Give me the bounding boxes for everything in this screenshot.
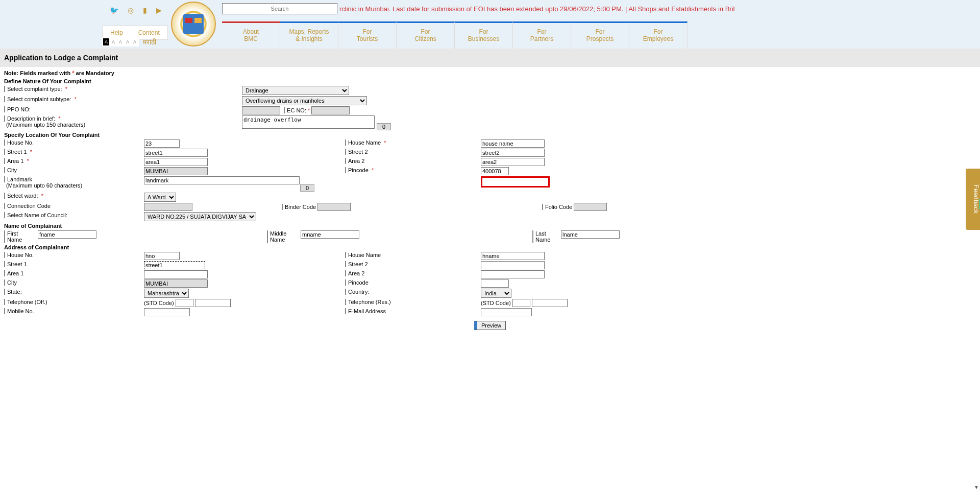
section-location: Specify Location Of Your Complaint: [0, 131, 980, 139]
addr-houseno-input[interactable]: [144, 252, 180, 260]
area2-input[interactable]: [481, 158, 545, 166]
youtube-icon[interactable]: ▶: [156, 6, 162, 14]
street2-input[interactable]: [481, 149, 545, 157]
complaint-subtype-select[interactable]: Overflowing drains or manholes: [242, 96, 367, 105]
ward-select[interactable]: A Ward: [144, 193, 176, 202]
lname-label: Last Name: [532, 230, 557, 243]
addr-city-input: [144, 279, 208, 288]
fname-label: First Name: [4, 230, 34, 243]
nav-citizens[interactable]: For Citizens: [397, 21, 455, 49]
description-hint: (Maximum upto 150 characters): [6, 122, 85, 128]
street1-label: Street 1: [4, 149, 27, 155]
facebook-icon[interactable]: ▮: [143, 6, 147, 14]
nav-partners[interactable]: For Partners: [513, 21, 571, 49]
font-a1[interactable]: A: [103, 38, 109, 45]
street2-label: Street 2: [345, 149, 368, 155]
addr-area2-label: Area 2: [345, 270, 364, 276]
feedback-tab[interactable]: Feedback: [966, 169, 980, 230]
nav-tourists[interactable]: For Tourists: [338, 21, 397, 49]
landmark-label: Landmark: [4, 176, 32, 182]
ppo-input: [242, 106, 280, 114]
city-input: [144, 167, 208, 175]
header: 🐦 ◎ ▮ ▶ rclinic in Mumbai. Last date for…: [0, 0, 980, 49]
addr-area1-input[interactable]: [144, 270, 208, 278]
social-icons: 🐦 ◎ ▮ ▶: [110, 6, 162, 14]
lname-input[interactable]: [561, 230, 620, 239]
instagram-icon[interactable]: ◎: [128, 6, 134, 14]
mname-label: Middle Name: [267, 230, 297, 243]
pincode-label: Pincode: [345, 167, 369, 173]
teloff-std-input[interactable]: [176, 299, 193, 307]
mname-input[interactable]: [301, 230, 359, 239]
section-nature: Define Nature Of Your Complaint: [0, 77, 980, 85]
complaint-type-select[interactable]: Drainage: [242, 86, 349, 95]
house-no-input[interactable]: [144, 139, 180, 148]
telres-label: Telephone (Res.): [345, 299, 391, 305]
bmc-logo[interactable]: [171, 2, 216, 46]
mandatory-note: Note: Fields marked with * are Mandatory: [0, 67, 980, 77]
addr-state-label: State:: [4, 289, 22, 295]
description-label: Description in brief:: [4, 115, 55, 122]
search-input[interactable]: [222, 3, 337, 14]
twitter-icon[interactable]: 🐦: [110, 6, 118, 14]
street1-input[interactable]: [144, 149, 208, 157]
font-a3[interactable]: A: [117, 38, 124, 45]
addr-area2-input[interactable]: [481, 270, 545, 278]
font-a5[interactable]: A: [132, 38, 138, 45]
addr-houseno-label: House No.: [4, 252, 34, 258]
section-complainant-name: Name of Complainant: [0, 222, 980, 230]
addr-pincode-input[interactable]: [481, 279, 509, 288]
pincode-input[interactable]: [481, 167, 509, 175]
section-complainant-address: Address of Complainant: [0, 243, 980, 251]
language-switch[interactable]: मराठी: [143, 38, 156, 46]
landmark-counter: 0: [300, 184, 314, 192]
email-label: E-Mail Address: [345, 308, 386, 314]
font-a2[interactable]: A: [110, 38, 116, 45]
description-counter: 0: [377, 123, 391, 130]
font-size-controls: A A A A A: [102, 37, 139, 46]
folio-code-input: [574, 203, 607, 211]
highlighted-empty-box: [481, 176, 550, 188]
addr-state-select[interactable]: Maharashtra: [144, 289, 189, 298]
nav-businesses[interactable]: For Businesses: [455, 21, 513, 49]
addr-housename-label: House Name: [345, 252, 381, 258]
house-name-label: House Name: [345, 139, 381, 146]
ec-label: EC NO:: [284, 107, 306, 113]
area1-label: Area 1: [4, 158, 23, 164]
page-title: Application to Lodge a Complaint: [0, 49, 980, 67]
addr-street2-input[interactable]: [481, 261, 545, 269]
landmark-hint: (Maximum upto 60 characters): [6, 182, 82, 189]
nav-employees[interactable]: For Employees: [629, 21, 688, 49]
teloff-label: Telephone (Off.): [4, 299, 47, 305]
mobile-input[interactable]: [144, 308, 190, 316]
telres-std-input[interactable]: [512, 299, 530, 307]
addr-housename-input[interactable]: [481, 252, 545, 260]
council-select[interactable]: WARD NO.225 / SUJATA DIGVIJAY SANAP: [144, 212, 256, 221]
ward-label: Select ward:: [4, 193, 38, 199]
nav-prospects[interactable]: For Prospects: [571, 21, 629, 49]
landmark-input[interactable]: [144, 176, 300, 184]
connection-code-label: Connection Code: [4, 203, 51, 209]
area2-label: Area 2: [345, 158, 364, 164]
std-res-label: (STD Code): [481, 300, 511, 306]
fname-input[interactable]: [38, 230, 96, 239]
teloff-num-input[interactable]: [195, 299, 231, 307]
ppo-label: PPO NO:: [4, 106, 31, 112]
description-input[interactable]: drainage overflow: [242, 115, 375, 129]
font-a4[interactable]: A: [125, 38, 131, 45]
area1-input[interactable]: [144, 158, 208, 166]
addr-country-label: Country:: [345, 289, 370, 295]
addr-street1-input[interactable]: [144, 261, 205, 269]
mobile-label: Mobile No.: [4, 308, 34, 314]
addr-country-select[interactable]: India: [481, 289, 511, 298]
email-input[interactable]: [481, 308, 532, 316]
main-nav: About BMC Maps, Reports & Insights For T…: [222, 21, 688, 49]
council-label: Select Name of Council:: [4, 212, 67, 218]
std-off-label: (STD Code): [144, 300, 174, 306]
telres-num-input[interactable]: [532, 299, 568, 307]
preview-button[interactable]: Preview: [474, 321, 506, 330]
house-name-input[interactable]: [481, 139, 545, 148]
addr-area1-label: Area 1: [4, 270, 23, 276]
nav-maps[interactable]: Maps, Reports & Insights: [280, 21, 338, 49]
nav-about[interactable]: About BMC: [222, 21, 280, 49]
